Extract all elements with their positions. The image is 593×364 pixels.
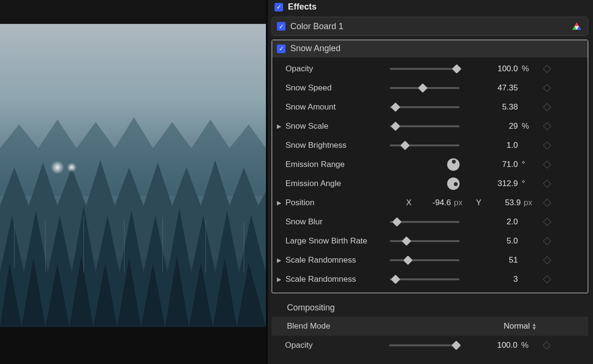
preview-pane — [0, 0, 266, 364]
param-label: Snow Amount — [286, 102, 387, 112]
select-stepper-icon: ▴▾ — [533, 322, 536, 331]
keyframe-diamond-icon[interactable] — [543, 122, 551, 131]
keyframe-diamond-icon[interactable] — [543, 256, 551, 265]
param-slider[interactable] — [387, 106, 462, 108]
param-row: ▶Scale Randomness3 — [272, 270, 588, 289]
keyframe-diamond-icon[interactable] — [543, 142, 551, 150]
param-value[interactable]: 5.0 — [462, 236, 520, 246]
keyframe-diamond-icon[interactable] — [543, 84, 551, 92]
param-row: Emission Angle312.9° — [272, 174, 588, 193]
param-label: Emission Angle — [286, 179, 387, 188]
param-label: Position — [286, 198, 387, 208]
param-slider[interactable] — [387, 68, 462, 70]
color-board-checkbox[interactable]: ✓ — [277, 22, 286, 31]
param-label: Snow Blur — [286, 217, 387, 227]
param-unit: ° — [520, 179, 537, 188]
param-value[interactable]: 312.9 — [462, 179, 520, 188]
param-label: Opacity — [286, 64, 387, 74]
param-dial[interactable] — [387, 158, 462, 171]
param-slider[interactable] — [387, 240, 462, 242]
compositing-section-title: Compositing — [268, 297, 593, 317]
keyframe-diamond-icon[interactable] — [543, 276, 551, 284]
param-slider[interactable] — [387, 144, 462, 146]
compositing-opacity-value[interactable]: 100.0 — [462, 341, 519, 350]
effects-checkbox[interactable]: ✓ — [275, 3, 283, 11]
svg-marker-11 — [574, 22, 579, 26]
param-row: ▶PositionX-94.6pxY53.9px — [272, 193, 588, 212]
position-y-label: Y — [474, 198, 483, 208]
position-x-label: X — [404, 198, 414, 208]
keyframe-diamond-icon[interactable] — [543, 161, 551, 169]
blend-mode-select[interactable]: Normal ▴▾ — [504, 321, 564, 331]
position-x-unit: px — [451, 198, 467, 208]
color-board-label: Color Board 1 — [290, 22, 567, 32]
keyframe-diamond-icon[interactable] — [543, 218, 551, 226]
compositing-opacity-unit: % — [519, 341, 537, 350]
disclosure-triangle-icon[interactable]: ▶ — [272, 257, 286, 264]
param-row: Snow Brightness1.0 — [272, 136, 588, 155]
compositing-opacity-slider[interactable] — [386, 344, 462, 346]
color-board-icon[interactable] — [571, 21, 582, 32]
svg-point-8 — [51, 161, 64, 174]
param-row: Large Snow Birth Rate5.0 — [272, 232, 588, 251]
effects-title: Effects — [288, 2, 317, 12]
snow-effect-panel: ✓ Snow Angled Opacity100.0%Snow Speed47.… — [272, 40, 588, 293]
param-unit: ° — [520, 160, 537, 169]
param-label: Snow Speed — [286, 83, 387, 93]
param-label: Snow Scale — [286, 121, 387, 131]
blend-mode-value: Normal — [504, 321, 530, 331]
keyframe-diamond-icon[interactable] — [543, 237, 551, 245]
param-unit: % — [520, 121, 537, 131]
color-board-effect-row[interactable]: ✓ Color Board 1 — [272, 17, 588, 35]
param-slider[interactable] — [387, 221, 462, 223]
param-row: ▶Scale Randomness51 — [272, 251, 588, 270]
param-label: Emission Range — [286, 160, 387, 169]
param-slider[interactable] — [387, 278, 462, 280]
param-value[interactable]: 100.0 — [462, 64, 520, 74]
inspector-pane: ✓ Effects ✓ Color Board 1 ✓ Snow Angled — [268, 0, 593, 364]
param-dial[interactable] — [387, 177, 462, 190]
preview-top-padding — [0, 0, 266, 24]
param-row: Snow Blur2.0 — [272, 212, 588, 232]
timeline-strip[interactable] — [0, 327, 266, 364]
effects-container: ✓ Color Board 1 — [272, 17, 588, 36]
snow-effect-label: Snow Angled — [290, 44, 582, 54]
param-row: Snow Amount5.38 — [272, 98, 588, 117]
param-value[interactable]: 5.38 — [462, 102, 520, 112]
disclosure-triangle-icon[interactable]: ▶ — [272, 276, 286, 283]
param-value[interactable]: 3 — [462, 275, 520, 284]
position-y-value[interactable]: 53.9 — [483, 198, 521, 208]
keyframe-diamond-icon[interactable] — [543, 180, 551, 188]
snow-effect-checkbox[interactable]: ✓ — [277, 44, 286, 53]
param-value[interactable]: 71.0 — [462, 160, 520, 169]
param-value[interactable]: 2.0 — [462, 217, 520, 227]
param-value[interactable]: 51 — [462, 255, 520, 265]
blend-mode-label: Blend Mode — [272, 321, 504, 331]
param-slider[interactable] — [387, 259, 462, 261]
disclosure-triangle-icon[interactable]: ▶ — [272, 123, 286, 130]
position-y-unit: px — [521, 198, 537, 208]
app-root: ✓ Effects ✓ Color Board 1 ✓ Snow Angled — [0, 0, 593, 364]
param-label: Snow Brightness — [286, 141, 387, 150]
preview-viewport[interactable] — [0, 24, 266, 327]
snow-effect-header[interactable]: ✓ Snow Angled — [272, 40, 588, 57]
param-label: Large Snow Birth Rate — [286, 236, 387, 246]
param-slider[interactable] — [387, 125, 462, 127]
param-value[interactable]: 29 — [462, 121, 520, 131]
keyframe-diamond-icon[interactable] — [543, 65, 551, 73]
compositing-opacity-row: Opacity 100.0 % — [272, 336, 588, 355]
position-x-value[interactable]: -94.6 — [414, 198, 451, 208]
param-value[interactable]: 47.35 — [462, 83, 520, 93]
keyframe-diamond-icon[interactable] — [543, 342, 551, 350]
param-value[interactable]: 1.0 — [462, 141, 520, 150]
param-unit: % — [520, 64, 537, 74]
keyframe-diamond-icon[interactable] — [543, 103, 551, 111]
param-row: Emission Range71.0° — [272, 155, 588, 174]
param-row: Snow Speed47.35 — [272, 78, 588, 98]
disclosure-triangle-icon[interactable]: ▶ — [272, 199, 286, 206]
blend-mode-row: Blend Mode Normal ▴▾ — [272, 317, 588, 336]
param-slider[interactable] — [387, 87, 462, 89]
param-label: Scale Randomness — [286, 255, 387, 265]
keyframe-diamond-icon[interactable] — [543, 199, 551, 207]
position-value-group: X-94.6pxY53.9px — [387, 198, 537, 208]
